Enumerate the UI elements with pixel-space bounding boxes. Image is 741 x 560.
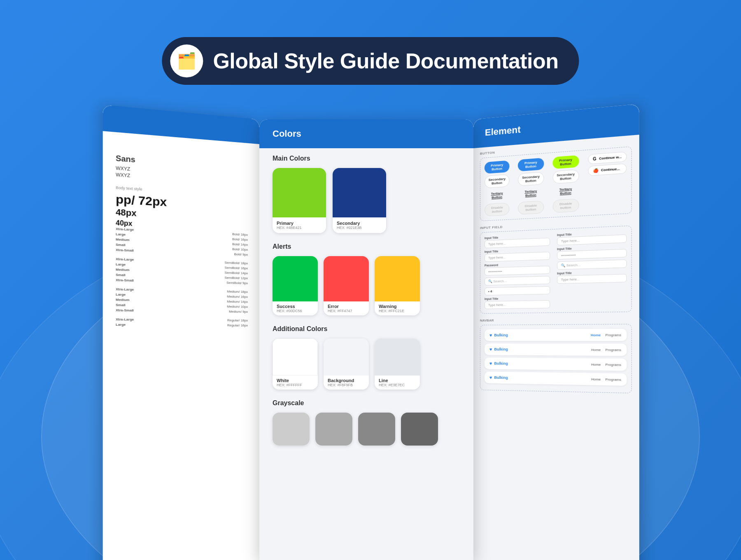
input-title-3: Input Title: [485, 296, 550, 301]
number-field[interactable]: • 4: [485, 286, 550, 296]
tertiary-button-2[interactable]: Tertiary Button: [518, 187, 544, 200]
nav-link-programs-3[interactable]: Programs: [605, 362, 621, 366]
swatch-background-name: Background: [328, 378, 365, 383]
nav-link-home-1[interactable]: Home: [591, 333, 601, 337]
swatch-warning-label: Warning HEX: #FFC21E: [375, 301, 420, 315]
grayscale-heading: Grayscale: [273, 399, 460, 407]
folder-icon: 🗂️: [177, 52, 196, 70]
social-buttons: G Continue w... 🍎 Continue...: [588, 152, 627, 211]
card-elements: Element BUTTON Primary Button Secondary …: [473, 104, 639, 560]
input-col-2: Input Title Type here... Input Title •••…: [557, 231, 627, 308]
disabled-button-1: Disable button: [485, 203, 510, 217]
input-field-2[interactable]: Type here...: [485, 252, 550, 262]
nav-link-home-3[interactable]: Home: [591, 362, 601, 366]
input-dashed-box: Input Title Type here... Input Title Typ…: [480, 225, 632, 313]
header-icon-circle: 🗂️: [170, 44, 203, 77]
input-group-3: Password ••••••••••••: [485, 262, 550, 275]
card-typography: Sans WXYZWXYZ Body text style pp/ 72px 4…: [103, 105, 259, 560]
grayscale-swatches: [273, 413, 460, 446]
input-group-2: Input Title Type here...: [485, 248, 550, 262]
continue-google-button[interactable]: G Continue w...: [588, 152, 627, 164]
input-section: Input Field Input Title Type here... Inp…: [480, 219, 632, 313]
search-field-2[interactable]: 🔍 Search...: [557, 259, 627, 270]
swatch-gray1: [273, 413, 310, 446]
navbar-3: ♥ Bulking Home Programs: [485, 357, 627, 371]
tertiary-button-1[interactable]: Tertiary Button: [485, 189, 510, 202]
card-center-blue-top: Colors: [259, 119, 473, 148]
navbar-1: ♥ Bulking Home Programs: [485, 329, 627, 341]
button-section: BUTTON Primary Button Secondary Button T…: [480, 140, 632, 221]
button-col-2: Primary Button Secondary Button Tertiary…: [518, 158, 544, 215]
swatch-success-hex: HEX: #00DC56: [277, 309, 314, 313]
button-columns: Primary Button Secondary Button Tertiary…: [485, 152, 627, 217]
nav-link-programs-1[interactable]: Programs: [605, 333, 621, 337]
disabled-button-2: Disable button: [518, 201, 544, 215]
input-field-6[interactable]: Type here...: [557, 274, 627, 284]
alerts-heading: Alerts: [273, 243, 460, 250]
secondary-button-3[interactable]: Secondary Button: [552, 169, 579, 184]
continue-google-label: Continue w...: [599, 155, 622, 161]
nav-logo-1: ♥ Bulking: [489, 333, 508, 338]
swatch-error: Error HEX: #FF4747: [324, 256, 369, 315]
continue-apple-button[interactable]: 🍎 Continue...: [588, 163, 627, 176]
swatch-white-label: White HEX: #FFFFFF: [273, 376, 318, 390]
swatch-primary: Primary HEX: #4BE421: [273, 168, 326, 233]
search-field[interactable]: 🔍 Search...: [485, 276, 550, 285]
swatch-secondary-block: [333, 168, 386, 217]
nav-link-programs-4[interactable]: Programs: [605, 377, 621, 381]
primary-button-1[interactable]: Primary Button: [485, 160, 510, 174]
swatch-success: Success HEX: #00DC56: [273, 256, 318, 315]
header-title: Global Style Guide Documentation: [213, 49, 558, 73]
heart-icon-3: ♥: [489, 361, 492, 366]
swatch-background-block: [324, 338, 369, 376]
google-icon: G: [593, 156, 597, 161]
swatch-error-block: [324, 256, 369, 301]
input-group-5: Input Title Type here...: [557, 231, 627, 245]
swatch-warning-hex: HEX: #FFC21E: [379, 309, 416, 313]
secondary-button-1[interactable]: Secondary Button: [485, 174, 510, 188]
swatch-white-name: White: [277, 378, 314, 383]
navbar-4: ♥ Bulking Home Programs: [485, 371, 627, 386]
nav-links-3: Home Programs: [591, 362, 621, 366]
primary-button-green[interactable]: Primary Button: [552, 155, 579, 169]
nav-links-4: Home Programs: [591, 377, 621, 382]
input-field-4[interactable]: Type here...: [557, 234, 627, 245]
swatch-warning-name: Warning: [379, 304, 416, 309]
button-dashed-box: Primary Button Secondary Button Tertiary…: [480, 146, 632, 221]
nav-link-home-4[interactable]: Home: [591, 377, 601, 381]
swatch-white-hex: HEX: #FFFFFF: [277, 383, 314, 387]
nav-links-1: Home Programs: [591, 333, 621, 337]
swatch-gray3-block: [358, 413, 395, 446]
additional-swatches: White HEX: #FFFFFF Background HEX: #F8F9…: [273, 338, 460, 390]
disabled-button-3: Disable button: [552, 198, 579, 213]
regular-sizes-table: Xtra-LargeRegular/ 18px LargeRegular/ 16…: [116, 317, 248, 327]
tertiary-button-3[interactable]: Tertiary Button: [552, 184, 579, 198]
primary-button-2[interactable]: Primary Button: [518, 158, 544, 171]
swatch-line-block: [375, 338, 420, 376]
swatch-secondary-hex: HEX: #021E3B: [337, 226, 382, 230]
swatch-error-name: Error: [328, 304, 365, 309]
nav-links-2: Home Programs: [591, 348, 621, 352]
input-field-1[interactable]: Type here...: [485, 238, 550, 248]
input-group-6: Input Title ••••••••••••: [557, 245, 627, 259]
swatch-gray4: [401, 413, 438, 446]
swatch-success-block: [273, 256, 318, 301]
input-columns: Input Title Type here... Input Title Typ…: [485, 231, 627, 309]
input-field-password[interactable]: ••••••••••••: [485, 266, 550, 275]
input-field-3[interactable]: Type here...: [485, 300, 550, 309]
swatch-gray1-block: [273, 413, 310, 446]
input-field-5[interactable]: ••••••••••••: [557, 249, 627, 259]
input-group-4: Input Title Type here...: [485, 296, 550, 309]
swatch-gray4-block: [401, 413, 438, 446]
swatch-gray2: [315, 413, 352, 446]
swatch-error-label: Error HEX: #FF4747: [324, 301, 369, 315]
swatch-secondary-label: Secondary HEX: #021E3B: [333, 217, 386, 233]
swatch-background-hex: HEX: #F8F9FB: [328, 383, 365, 387]
navbar-dashed-box: ♥ Bulking Home Programs ♥ Bulking: [480, 324, 632, 394]
nav-link-programs-2[interactable]: Programs: [605, 348, 621, 352]
nav-link-home-2[interactable]: Home: [591, 348, 601, 352]
swatch-white-block: [273, 338, 318, 376]
nav-logo-2: ♥ Bulking: [489, 347, 508, 352]
secondary-button-2[interactable]: Secondary Button: [518, 172, 544, 186]
swatch-line-label: Line HEX: #E3E7EC: [375, 376, 420, 390]
